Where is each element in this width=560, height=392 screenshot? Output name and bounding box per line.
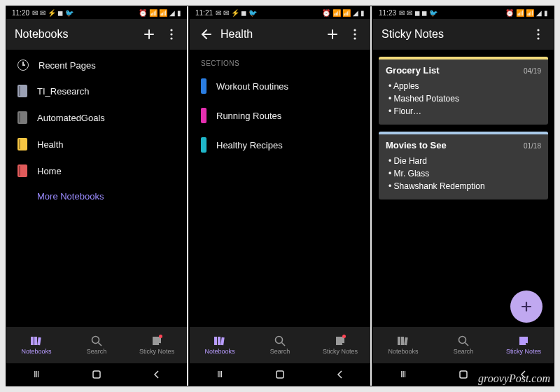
notification-dot-icon bbox=[342, 335, 346, 338]
svg-rect-22 bbox=[401, 337, 404, 345]
svg-line-25 bbox=[465, 343, 469, 346]
status-icons-right: ⏰ 📶 📶 ◢ ▮ bbox=[139, 9, 181, 17]
tab-notebooks[interactable]: Notebooks bbox=[373, 327, 433, 363]
clock-text: 11:21 bbox=[195, 9, 213, 17]
svg-point-11 bbox=[354, 37, 356, 39]
home-button[interactable] bbox=[273, 370, 287, 379]
clock-text: 11:20 bbox=[12, 9, 29, 17]
notebook-label: Home bbox=[37, 166, 62, 176]
notebook-label: TI_Research bbox=[37, 86, 89, 97]
tab-search[interactable]: Search bbox=[250, 327, 310, 363]
section-item[interactable]: Workout Routines bbox=[190, 71, 370, 101]
clock-icon bbox=[18, 59, 29, 71]
more-notebooks-link[interactable]: More Notebooks bbox=[6, 184, 187, 209]
note-items: Apples Mashed Potatoes Flour… bbox=[386, 80, 541, 118]
app-bar: Sticky Notes bbox=[373, 19, 554, 50]
section-item[interactable]: Running Routes bbox=[190, 101, 370, 130]
more-icon[interactable] bbox=[531, 27, 545, 41]
books-icon bbox=[30, 335, 43, 346]
triptych-frame: 11:20 ✉ ✉ ⚡ ◼ 🐦 ⏰ 📶 📶 ◢ ▮ Notebooks Rece… bbox=[6, 6, 554, 386]
section-label-text: Workout Routines bbox=[216, 81, 288, 92]
phone-sticky-notes: 11:23 ✉ ✉ ◼ ◼ 🐦 ⏰ 📶 📶 ◢ ▮ Sticky Notes G… bbox=[373, 6, 554, 386]
tab-notebooks[interactable]: Notebooks bbox=[190, 327, 250, 363]
note-item: Mr. Glass bbox=[388, 167, 541, 180]
page-title: Health bbox=[220, 28, 317, 41]
notebook-label: Health bbox=[37, 139, 64, 150]
notebook-item[interactable]: Health bbox=[6, 131, 187, 158]
note-date: 01/18 bbox=[524, 142, 541, 150]
phone-sections: 11:21 ✉ ✉ ⚡ ◼ 🐦 ⏰ 📶 📶 ◢ ▮ Health SECTION… bbox=[190, 6, 372, 386]
note-item: Shawshank Redemption bbox=[388, 180, 541, 192]
search-icon bbox=[457, 335, 470, 346]
tab-sticky-notes[interactable]: Sticky Notes bbox=[493, 327, 554, 363]
more-icon[interactable] bbox=[348, 27, 362, 41]
recents-button[interactable]: Ⅲ bbox=[396, 370, 410, 379]
notification-dot-icon bbox=[159, 335, 162, 338]
tab-label: Notebooks bbox=[21, 348, 51, 355]
sticky-notes-area: Grocery List 04/19 Apples Mashed Potatoe… bbox=[373, 50, 554, 327]
tab-label: Search bbox=[87, 348, 107, 355]
notebook-item[interactable]: TI_Research bbox=[6, 78, 187, 104]
note-title: Movies to See bbox=[386, 140, 447, 150]
sections-header: SECTIONS bbox=[190, 52, 370, 71]
home-button[interactable] bbox=[456, 370, 470, 379]
sticky-note-card[interactable]: Grocery List 04/19 Apples Mashed Potatoe… bbox=[379, 57, 548, 125]
android-nav: Ⅲ bbox=[6, 363, 187, 386]
note-date: 04/19 bbox=[524, 67, 541, 75]
android-nav: Ⅲ bbox=[373, 363, 554, 386]
recents-button[interactable]: Ⅲ bbox=[29, 370, 43, 379]
note-items: Die Hard Mr. Glass Shawshank Redemption bbox=[386, 155, 541, 192]
back-button[interactable] bbox=[333, 370, 347, 379]
svg-point-20 bbox=[537, 37, 539, 39]
tab-sticky-notes[interactable]: Sticky Notes bbox=[127, 327, 187, 363]
bottom-tabs: Notebooks Search Sticky Notes bbox=[373, 327, 554, 363]
add-icon[interactable] bbox=[142, 27, 156, 41]
home-button[interactable] bbox=[90, 370, 104, 379]
note-item: Apples bbox=[388, 80, 541, 92]
clock-text: 11:23 bbox=[379, 9, 396, 17]
svg-rect-5 bbox=[37, 337, 41, 345]
recents-button[interactable]: Ⅲ bbox=[213, 370, 227, 379]
note-item: Flour… bbox=[388, 105, 541, 118]
books-icon bbox=[397, 335, 410, 346]
search-icon bbox=[274, 335, 286, 346]
tab-label: Notebooks bbox=[388, 348, 418, 355]
search-icon bbox=[90, 335, 103, 346]
add-icon[interactable] bbox=[326, 27, 340, 41]
recent-pages-item[interactable]: Recent Pages bbox=[6, 52, 187, 78]
notebook-item[interactable]: Home bbox=[6, 158, 187, 184]
svg-point-2 bbox=[170, 37, 172, 39]
svg-point-24 bbox=[459, 337, 466, 344]
page-title: Sticky Notes bbox=[382, 28, 523, 41]
tab-sticky-notes[interactable]: Sticky Notes bbox=[310, 327, 370, 363]
app-bar: Health bbox=[190, 19, 370, 50]
svg-line-7 bbox=[99, 343, 102, 346]
tab-label: Sticky Notes bbox=[323, 348, 358, 355]
sticky-icon bbox=[517, 335, 530, 346]
sticky-note-card[interactable]: Movies to See 01/18 Die Hard Mr. Glass S… bbox=[379, 132, 548, 200]
svg-rect-17 bbox=[276, 371, 284, 378]
status-bar: 11:21 ✉ ✉ ⚡ ◼ 🐦 ⏰ 📶 📶 ◢ ▮ bbox=[190, 6, 370, 19]
back-icon[interactable] bbox=[198, 27, 212, 41]
new-note-fab[interactable] bbox=[510, 290, 542, 323]
section-item[interactable]: Healthy Recipes bbox=[190, 130, 370, 160]
status-icons-right: ⏰ 📶 📶 ◢ ▮ bbox=[505, 9, 548, 17]
back-button[interactable] bbox=[517, 370, 531, 379]
section-label-text: Healthy Recipes bbox=[216, 140, 283, 150]
back-button[interactable] bbox=[150, 370, 164, 379]
tab-notebooks[interactable]: Notebooks bbox=[6, 327, 66, 363]
status-bar: 11:20 ✉ ✉ ⚡ ◼ 🐦 ⏰ 📶 📶 ◢ ▮ bbox=[6, 6, 187, 19]
svg-point-18 bbox=[537, 29, 539, 31]
notebook-item[interactable]: AutomatedGoals bbox=[6, 104, 187, 131]
tab-search[interactable]: Search bbox=[66, 327, 127, 363]
more-icon[interactable] bbox=[164, 27, 178, 41]
section-color-icon bbox=[201, 78, 206, 94]
svg-rect-14 bbox=[220, 337, 224, 345]
note-item: Die Hard bbox=[388, 155, 541, 167]
notebook-icon bbox=[18, 111, 27, 124]
tab-label: Sticky Notes bbox=[139, 348, 174, 355]
tab-search[interactable]: Search bbox=[433, 327, 493, 363]
tab-label: Search bbox=[270, 348, 290, 355]
status-icons-right: ⏰ 📶 📶 ◢ ▮ bbox=[322, 9, 365, 17]
sections-list: SECTIONS Workout Routines Running Routes… bbox=[190, 50, 370, 327]
